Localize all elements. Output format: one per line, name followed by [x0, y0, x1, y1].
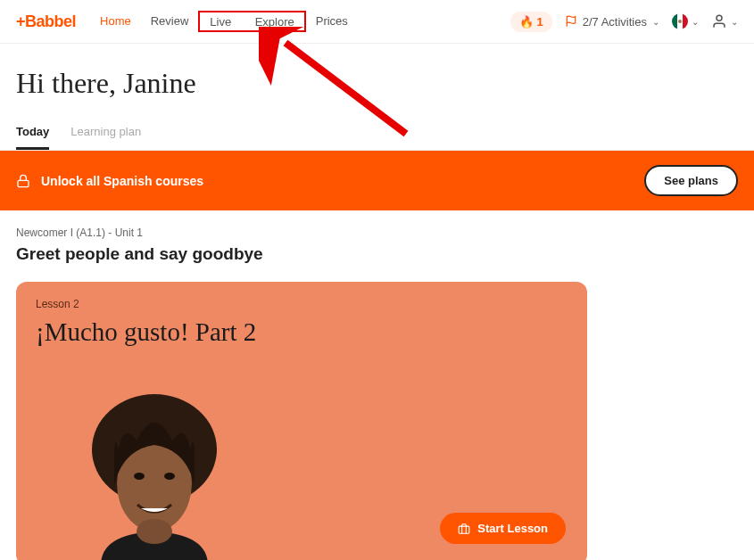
- chevron-down-icon: ⌄: [692, 17, 699, 27]
- nav-explore[interactable]: Explore: [245, 12, 304, 32]
- language-selector[interactable]: ⌄: [672, 13, 699, 29]
- svg-point-1: [717, 15, 722, 21]
- tab-learning-plan[interactable]: Learning plan: [70, 116, 141, 150]
- unit-label: Newcomer I (A1.1) - Unit 1: [16, 226, 738, 239]
- unlock-banner: Unlock all Spanish courses See plans: [0, 151, 754, 210]
- svg-point-6: [134, 473, 145, 480]
- start-lesson-label: Start Lesson: [477, 522, 548, 535]
- babbel-logo[interactable]: +Babbel: [16, 12, 76, 31]
- unit-title: Greet people and say goodbye: [16, 244, 738, 264]
- start-lesson-button[interactable]: Start Lesson: [440, 513, 566, 544]
- flag-icon: [565, 15, 577, 28]
- unit-section: Newcomer I (A1.1) - Unit 1 Greet people …: [0, 210, 754, 560]
- annotation-highlight-box: Live Explore: [198, 11, 305, 32]
- nav-review[interactable]: Review: [141, 11, 199, 32]
- lesson-title: ¡Mucho gusto! Part 2: [36, 317, 568, 347]
- top-header: +Babbel Home Review Live Explore Prices …: [0, 0, 754, 44]
- briefcase-icon: [458, 523, 470, 535]
- svg-point-8: [137, 519, 172, 544]
- chevron-down-icon: ⌄: [731, 17, 738, 27]
- nav-home[interactable]: Home: [90, 11, 141, 32]
- lesson-label: Lesson 2: [36, 298, 568, 310]
- svg-point-7: [164, 473, 175, 480]
- lock-icon: [16, 174, 30, 188]
- nav-live[interactable]: Live: [200, 12, 241, 32]
- person-image: [52, 360, 257, 560]
- unlock-text: Unlock all Spanish courses: [16, 174, 203, 188]
- svg-rect-3: [18, 180, 29, 186]
- content-tabs: Today Learning plan: [0, 116, 754, 151]
- fire-icon: 🔥: [519, 15, 534, 29]
- streak-badge[interactable]: 🔥 1: [510, 12, 552, 32]
- chevron-down-icon: ⌄: [652, 17, 659, 27]
- tab-today[interactable]: Today: [16, 116, 49, 150]
- svg-rect-9: [459, 526, 469, 533]
- unlock-label: Unlock all Spanish courses: [41, 174, 203, 188]
- profile-menu[interactable]: ⌄: [711, 13, 738, 29]
- mexico-flag-icon: [672, 13, 688, 29]
- lesson-card[interactable]: Lesson 2 ¡Mucho gusto! Part 2 Start Less…: [16, 282, 587, 560]
- nav-prices[interactable]: Prices: [306, 11, 358, 32]
- header-right: 🔥 1 2/7 Activities ⌄ ⌄ ⌄: [510, 12, 739, 32]
- activities-dropdown[interactable]: 2/7 Activities ⌄: [565, 15, 659, 29]
- user-icon: [711, 13, 727, 29]
- streak-count: 1: [537, 15, 543, 29]
- greeting-heading: Hi there, Janine: [0, 44, 754, 116]
- activities-label: 2/7 Activities: [583, 15, 647, 29]
- main-nav: Home Review Live Explore Prices: [90, 11, 358, 32]
- see-plans-button[interactable]: See plans: [644, 165, 738, 196]
